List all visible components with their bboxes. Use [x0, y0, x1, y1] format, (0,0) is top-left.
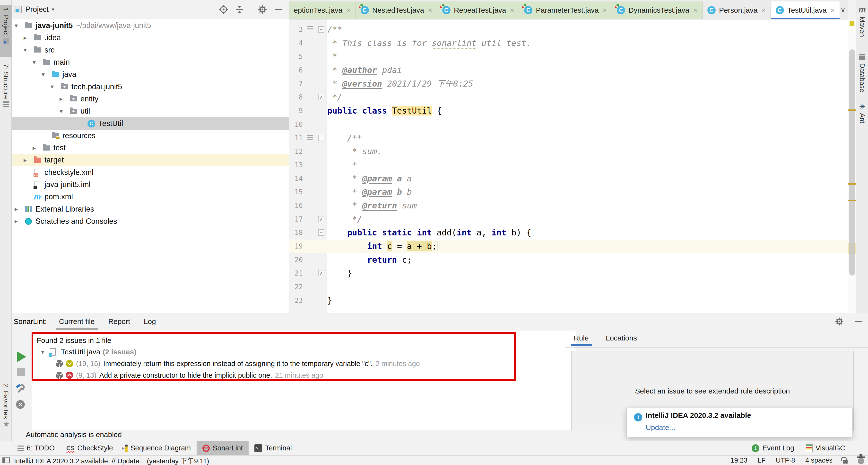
bottom-bar-terminal[interactable]: >_Terminal	[249, 441, 298, 455]
line-number[interactable]: 15	[289, 185, 303, 199]
line-number[interactable]: 19	[289, 239, 303, 253]
close-icon[interactable]: ×	[693, 6, 698, 14]
line-number[interactable]: 3	[289, 23, 303, 36]
issue-row[interactable]: (19, 16)Immediately return this expressi…	[33, 358, 514, 370]
editor-scrollbar-thumb[interactable]	[849, 49, 855, 275]
close-icon[interactable]: ×	[510, 6, 515, 14]
tab-overflow-chevron-icon[interactable]: ∨	[840, 5, 846, 14]
bottom-bar-checkstyle[interactable]: CSCheckStyle	[61, 441, 119, 455]
line-number[interactable]: 5	[289, 50, 303, 63]
line-number[interactable]: 21	[289, 266, 303, 280]
tree-item-test[interactable]: ▸test	[12, 142, 289, 154]
chevron-down-icon[interactable]: ▾	[52, 6, 54, 13]
chevron-down-icon[interactable]: ▾	[33, 59, 42, 66]
code-line-4[interactable]: 4 * This class is for sonarlint util tes…	[289, 36, 848, 50]
inspection-status-square[interactable]	[849, 21, 855, 26]
fold-close-icon[interactable]: ∧	[318, 216, 324, 222]
line-number[interactable]: 18	[289, 226, 303, 239]
hector-inspector-icon[interactable]	[858, 458, 864, 464]
code-line-17[interactable]: 17∧ */	[289, 212, 848, 226]
clear-circle-x-button[interactable]: ×	[16, 400, 25, 409]
gutter-list-icon[interactable]	[307, 26, 313, 31]
fold-open-icon[interactable]: −	[318, 26, 324, 33]
analyze-play-button[interactable]	[17, 351, 26, 362]
close-icon[interactable]: ×	[602, 6, 607, 14]
code-line-15[interactable]: 15 * @param b b	[289, 185, 848, 199]
chevron-right-icon[interactable]: ▸	[60, 95, 69, 103]
code-line-11[interactable]: 11− /**	[289, 131, 848, 145]
code-line-19[interactable]: 19 int c = a + b;	[289, 239, 848, 253]
close-icon[interactable]: ×	[428, 6, 432, 14]
lock-icon[interactable]	[843, 460, 847, 464]
sonarlint-tab-current-file[interactable]: Current file	[58, 313, 96, 330]
chevron-right-icon[interactable]: ▸	[24, 156, 33, 164]
gear-icon[interactable]	[257, 5, 267, 14]
line-number[interactable]: 13	[289, 158, 303, 172]
code-line-9[interactable]: 9public class TestUtil {	[289, 104, 848, 118]
fold-close-icon[interactable]: ∧	[318, 270, 324, 276]
tree-item-main[interactable]: ▾main	[12, 56, 289, 68]
bottom-bar-visualgc[interactable]: VisualGC	[800, 441, 851, 455]
chevron-down-icon[interactable]: ▾	[60, 108, 69, 115]
chevron-down-icon[interactable]: ▾	[41, 71, 51, 78]
tree-item-target[interactable]: ▸target	[12, 154, 289, 166]
issue-file-row[interactable]: ▾ TestUtil.java (2 issues)	[33, 346, 514, 358]
line-number[interactable]: 12	[289, 145, 303, 158]
tab-nestedtest-java[interactable]: CNestedTest.java×	[356, 1, 437, 19]
tree-item-checkstyle-xml[interactable]: checkstyle.xml	[12, 166, 289, 178]
stripe-project-button[interactable]: 1: Project	[0, 5, 12, 57]
sonarlint-tab-report[interactable]: Report	[107, 313, 131, 330]
line-number[interactable]: 16	[289, 199, 303, 212]
line-number[interactable]: 20	[289, 253, 303, 267]
project-panel-title[interactable]: Project	[25, 5, 49, 14]
line-ending[interactable]: LF	[758, 457, 766, 464]
close-icon[interactable]: ×	[831, 6, 835, 14]
code-editor[interactable]: 3−/**4 * This class is for sonarlint uti…	[289, 20, 848, 313]
tree-item-src[interactable]: ▾src	[12, 44, 289, 56]
fold-close-icon[interactable]: ∧	[318, 94, 324, 100]
code-line-3[interactable]: 3−/**	[289, 23, 848, 36]
fold-open-icon[interactable]: −	[318, 135, 324, 141]
bottom-bar-sonarlint[interactable]: SonarLint	[196, 441, 249, 455]
tree-item-tech-pdai-junit5[interactable]: ▾tech.pdai.junit5	[12, 81, 289, 93]
chevron-down-icon[interactable]: ▾	[14, 22, 24, 29]
caret-position[interactable]: 19:23	[731, 457, 747, 464]
code-line-8[interactable]: 8∧ */	[289, 90, 848, 104]
code-line-10[interactable]: 10	[289, 118, 848, 131]
tree-item-testutil[interactable]: CTestUtil	[12, 117, 289, 129]
chevron-right-icon[interactable]: ▸	[14, 217, 24, 225]
line-number[interactable]: 22	[289, 280, 303, 294]
tab-parametertest-java[interactable]: CParameterTest.java×	[519, 1, 612, 19]
warning-stripe-mark[interactable]	[848, 200, 856, 201]
warning-stripe-mark[interactable]	[848, 110, 856, 111]
hide-panel-button[interactable]	[854, 317, 864, 326]
tab-eptiontest-java[interactable]: eptionTest.java×	[289, 1, 356, 19]
code-line-12[interactable]: 12 * sum.	[289, 145, 848, 158]
tab-locations[interactable]: Locations	[606, 330, 637, 348]
line-number[interactable]: 8	[289, 90, 303, 104]
fold-open-icon[interactable]: −	[318, 229, 324, 236]
stripe-database-button[interactable]: Database	[856, 54, 868, 92]
tab-repeattest-java[interactable]: CRepeatTest.java×	[437, 1, 520, 19]
close-icon[interactable]: ×	[346, 6, 351, 14]
gutter-list-icon[interactable]	[307, 135, 313, 140]
tool-window-toggle-icon[interactable]	[2, 458, 10, 463]
tree-item-entity[interactable]: ▸entity	[12, 93, 289, 105]
line-number[interactable]: 23	[289, 294, 303, 308]
line-number[interactable]: 11	[289, 131, 303, 145]
indent-setting[interactable]: 4 spaces	[805, 457, 833, 464]
configure-wrench-icon[interactable]	[16, 383, 26, 393]
line-number[interactable]: 6	[289, 63, 303, 77]
tree-item-java-junit5[interactable]: ▾java-junit5~/pdai/www/java-junit5	[12, 20, 289, 32]
code-line-16[interactable]: 16 * @return sum	[289, 199, 848, 212]
code-line-20[interactable]: 20 return c;	[289, 253, 848, 267]
chevron-down-icon[interactable]: ▾	[51, 83, 60, 90]
stripe-structure-button[interactable]: 7: Structure	[0, 61, 12, 117]
code-line-5[interactable]: 5 *	[289, 50, 848, 63]
code-line-6[interactable]: 6 * @author pdai	[289, 63, 848, 77]
code-line-18[interactable]: 18− public static int add(int a, int b) …	[289, 226, 848, 239]
hide-panel-button[interactable]	[274, 5, 283, 14]
stripe-ant-button[interactable]: ✳ Ant	[856, 104, 868, 123]
line-number[interactable]: 9	[289, 104, 303, 118]
bottom-bar-sequence-diagram[interactable]: Sequence Diagram	[119, 441, 196, 455]
